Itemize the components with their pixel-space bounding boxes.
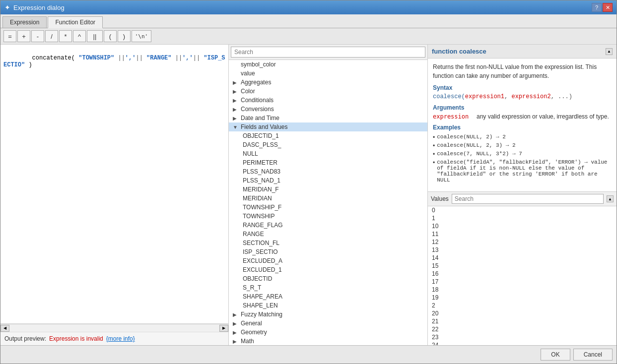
doc-example-3: • coalesce(7, NULL, 3*2) → 7 (433, 151, 612, 158)
tree-label: EXCLUDED_A (243, 257, 282, 264)
tree-item-township[interactable]: TOWNSHIP (229, 212, 427, 221)
tree-item-shape-len[interactable]: SHAPE_LEN (229, 301, 427, 310)
tree-item-symbol-color[interactable]: symbol_color (229, 60, 427, 69)
btn-power[interactable]: ^ (73, 30, 86, 42)
list-item[interactable]: 0 (428, 206, 617, 214)
horizontal-scrollbar[interactable]: ◀ ▶ (0, 324, 228, 332)
ok-button[interactable]: OK (541, 349, 570, 361)
tree-label: PERIMETER (243, 159, 277, 166)
tree-item-township-f[interactable]: TOWNSHIP_F (229, 203, 427, 212)
doc-body: Returns the first non-NULL value from th… (428, 59, 617, 191)
tree-item-fuzzy-matching[interactable]: ▶ Fuzzy Matching (229, 310, 427, 319)
tree-item-excluded-1[interactable]: EXCLUDED_1 (229, 265, 427, 274)
btn-multiply[interactable]: * (59, 30, 72, 42)
list-item[interactable]: 20 (428, 309, 617, 317)
list-item[interactable]: 14 (428, 254, 617, 262)
btn-newline[interactable]: '\n' (132, 30, 151, 42)
btn-open-paren[interactable]: ( (104, 30, 117, 42)
tree-item-aggregates[interactable]: ▶ Aggregates (229, 78, 427, 87)
cancel-button[interactable]: Cancel (573, 349, 613, 361)
doc-scroll-up[interactable]: ▲ (606, 48, 613, 55)
tree-item-s-r-t[interactable]: S_R_T (229, 283, 427, 292)
chevron-right-icon: ▶ (233, 321, 239, 326)
tree-item-objectid1[interactable]: OBJECTID_1 (229, 131, 427, 140)
values-search-input[interactable] (452, 194, 604, 204)
tab-expression[interactable]: Expression (2, 16, 47, 28)
tree-item-plss-nad1[interactable]: PLSS_NAD_1 (229, 176, 427, 185)
tree-item-excluded-a[interactable]: EXCLUDED_A (229, 256, 427, 265)
values-header: Values ▲ (428, 192, 617, 206)
tree-item-perimeter[interactable]: PERIMETER (229, 158, 427, 167)
values-scroll-up[interactable]: ▲ (607, 195, 614, 202)
expression-editor[interactable]: concatenate( "TOWNSHIP" ||','|| "RANGE" … (0, 45, 228, 324)
list-item[interactable]: 19 (428, 294, 617, 302)
output-error: Expression is invalid (49, 335, 103, 342)
btn-minus[interactable]: - (31, 30, 44, 42)
example-text-2: coalesce(NULL, 2, 3) → 2 (437, 142, 515, 148)
tree-item-conversions[interactable]: ▶ Conversions (229, 105, 427, 114)
tree-item-dasc-plss[interactable]: DASC_PLSS_ (229, 140, 427, 149)
btn-divide[interactable]: / (45, 30, 58, 42)
tree-item-conditionals[interactable]: ▶ Conditionals (229, 96, 427, 105)
doc-example-1: • coalesce(NULL, 2) → 2 (433, 134, 612, 141)
tree-label: MERIDIAN_F (243, 186, 279, 193)
btn-equals[interactable]: = (3, 30, 16, 42)
tree-item-math[interactable]: ▶ Math (229, 337, 427, 345)
tree-item-objectid[interactable]: OBJECTID (229, 274, 427, 283)
tree-item-null[interactable]: NULL (229, 149, 427, 158)
title-bar-left: ✦ Expression dialog (4, 3, 65, 11)
list-item[interactable]: 22 (428, 325, 617, 333)
tree-item-geometry[interactable]: ▶ Geometry (229, 328, 427, 337)
tree-label: SECTION_FL (243, 240, 279, 246)
scroll-right-btn[interactable]: ▶ (219, 325, 228, 332)
tab-function-editor[interactable]: Function Editor (48, 16, 103, 28)
tree-item-isp-sectio[interactable]: ISP_SECTIO (229, 247, 427, 256)
tree-item-value[interactable]: value (229, 69, 427, 78)
tree-item-meridian-f[interactable]: MERIDIAN_F (229, 185, 427, 194)
tree-label: RANGE (243, 231, 264, 238)
tree-item-fields-values[interactable]: ▼ Fields and Values (229, 122, 427, 131)
list-item[interactable]: 10 (428, 222, 617, 230)
doc-syntax-sep2: , ...) (551, 93, 572, 100)
tree-item-range-flag[interactable]: RANGE_FLAG (229, 221, 427, 230)
list-item[interactable]: 23 (428, 333, 617, 341)
list-item[interactable]: 17 (428, 278, 617, 286)
tree-item-range[interactable]: RANGE (229, 230, 427, 239)
list-item[interactable]: 18 (428, 286, 617, 294)
tree-item-section-fl[interactable]: SECTION_FL (229, 239, 427, 247)
tree-label: Conditionals (241, 97, 274, 104)
help-button[interactable]: ? (592, 3, 602, 12)
list-item[interactable]: 24 (428, 341, 617, 345)
tree-item-date-time[interactable]: ▶ Date and Time (229, 114, 427, 122)
doc-syntax-fn: coalesce( (433, 93, 465, 100)
close-button[interactable]: ✕ (603, 3, 613, 12)
left-panel: concatenate( "TOWNSHIP" ||','|| "RANGE" … (0, 45, 229, 345)
dialog: ✦ Expression dialog ? ✕ Expression Funct… (0, 0, 617, 364)
more-info-link[interactable]: {more info} (106, 335, 135, 342)
scroll-left-btn[interactable]: ◀ (0, 325, 9, 332)
list-item[interactable]: 13 (428, 246, 617, 254)
values-section: Values ▲ 0 1 10 11 12 13 14 15 16 17 18 … (428, 191, 617, 345)
tree-item-shape-area[interactable]: SHAPE_AREA (229, 292, 427, 301)
btn-close-paren[interactable]: ) (118, 30, 131, 42)
list-item[interactable]: 21 (428, 317, 617, 325)
list-item[interactable]: 11 (428, 230, 617, 238)
tree-item-general[interactable]: ▶ General (229, 319, 427, 328)
example-text-3: coalesce(7, NULL, 3*2) → 7 (437, 151, 522, 157)
tree-item-plss-nad83[interactable]: PLSS_NAD83 (229, 167, 427, 176)
doc-description: Returns the first non-NULL value from th… (433, 62, 612, 80)
example-text-4: coalesce("fieldA", "fallbackField", 'ERR… (437, 159, 612, 183)
search-input[interactable] (231, 47, 425, 58)
list-item[interactable]: 16 (428, 270, 617, 278)
btn-plus[interactable]: + (17, 30, 30, 42)
tree-item-color[interactable]: ▶ Color (229, 87, 427, 96)
chevron-right-icon: ▶ (233, 80, 239, 85)
doc-argument-row: expression any valid expression or value… (433, 113, 612, 120)
list-item[interactable]: 2 (428, 302, 617, 309)
list-item[interactable]: 15 (428, 262, 617, 270)
btn-pipe[interactable]: || (87, 30, 103, 42)
list-item[interactable]: 1 (428, 214, 617, 222)
tree-item-meridian[interactable]: MERIDIAN (229, 194, 427, 203)
list-item[interactable]: 12 (428, 238, 617, 246)
chevron-right-icon: ▶ (233, 89, 239, 94)
